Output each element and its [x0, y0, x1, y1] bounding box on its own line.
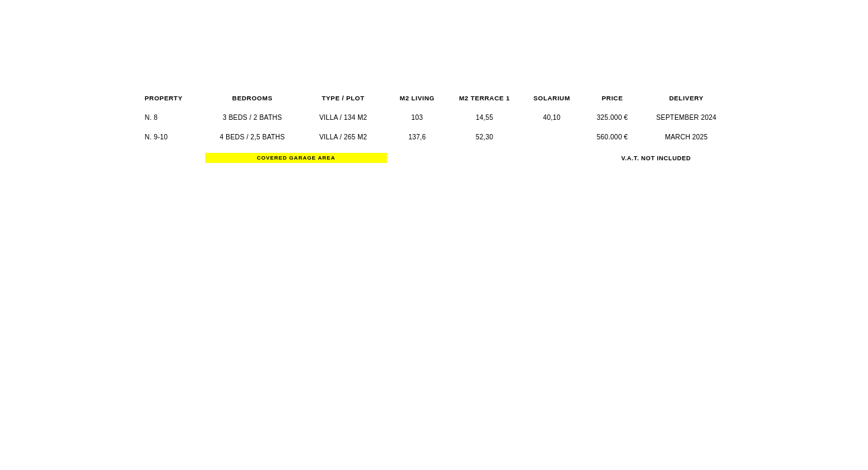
table-row: N. 9-10 4 BEDS / 2,5 BATHS VILLA / 265 M… — [145, 133, 723, 141]
cell-property-1: N. 8 — [145, 114, 205, 121]
cell-type-plot-1: VILLA / 134 M2 — [299, 114, 387, 121]
cell-type-plot-2: VILLA / 265 M2 — [299, 133, 387, 141]
cell-delivery-2: MARCH 2025 — [643, 133, 730, 141]
cell-price-2: 560.000 € — [582, 133, 643, 141]
cell-m2-living-1: 103 — [387, 114, 447, 121]
page-container: PROPERTY BEDROOMS TYPE / PLOT M2 LIVING … — [0, 0, 868, 470]
col-header-solarium: SOLARIUM — [521, 94, 582, 102]
col-header-delivery: DELIVERY — [643, 94, 730, 102]
col-header-property: PROPERTY — [145, 94, 205, 102]
table-header: PROPERTY BEDROOMS TYPE / PLOT M2 LIVING … — [145, 94, 723, 102]
cell-m2-living-2: 137,6 — [387, 133, 447, 141]
col-header-bedrooms: BEDROOMS — [205, 94, 299, 102]
cell-price-1: 325.000 € — [582, 114, 643, 121]
vat-note: V.A.T. NOT INCLUDED — [582, 155, 730, 162]
cell-property-2: N. 9-10 — [145, 133, 205, 141]
cell-delivery-1: SEPTEMBER 2024 — [643, 114, 730, 121]
cell-bedrooms-1: 3 BEDS / 2 BATHS — [205, 114, 299, 121]
property-table: PROPERTY BEDROOMS TYPE / PLOT M2 LIVING … — [145, 94, 723, 163]
cell-solarium-1: 40,10 — [521, 114, 582, 121]
col-header-price: PRICE — [582, 94, 643, 102]
cell-m2-terrace1-2: 52,30 — [447, 133, 521, 141]
cell-bedrooms-2: 4 BEDS / 2,5 BATHS — [205, 133, 299, 141]
notes-row: COVERED GARAGE AREA V.A.T. NOT INCLUDED — [145, 153, 723, 163]
col-header-m2-terrace1: M2 TERRACE 1 — [447, 94, 521, 102]
covered-garage-badge: COVERED GARAGE AREA — [205, 153, 387, 163]
col-header-type-plot: TYPE / PLOT — [299, 94, 387, 102]
col-header-m2-living: M2 LIVING — [387, 94, 447, 102]
cell-m2-terrace1-1: 14,55 — [447, 114, 521, 121]
table-row: N. 8 3 BEDS / 2 BATHS VILLA / 134 M2 103… — [145, 114, 723, 121]
